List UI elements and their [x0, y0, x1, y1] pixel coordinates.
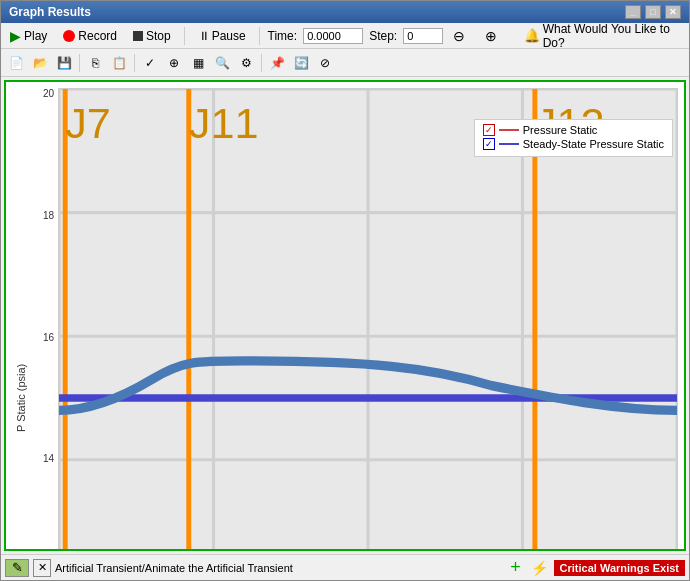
tb2-filter-button[interactable]: ⊘	[314, 52, 336, 74]
legend-label-pressure-static: Pressure Static	[523, 124, 598, 136]
pause-label: Pause	[212, 29, 246, 43]
tb2-paste-button[interactable]: 📋	[108, 52, 130, 74]
svg-text:J11: J11	[189, 99, 259, 147]
legend-checkbox-pressure-static[interactable]	[483, 124, 495, 136]
tb2-check-button[interactable]: ✓	[139, 52, 161, 74]
legend-item-pressure-static: Pressure Static	[483, 124, 664, 136]
step-label: Step:	[369, 29, 397, 43]
play-button[interactable]: ▶ Play	[5, 25, 52, 47]
help-label: What Would You Like to Do?	[543, 22, 680, 50]
toolbar-2: 📄 📂 💾 ⎘ 📋 ✓ ⊕ ▦ 🔍 ⚙ 📌 🔄 ⊘	[1, 49, 689, 77]
tb2-save-button[interactable]: 💾	[53, 52, 75, 74]
window-title: Graph Results	[9, 5, 91, 19]
tb2-settings-button[interactable]: ⚙	[235, 52, 257, 74]
pencil-icon: ✎	[12, 560, 23, 575]
top-legend: Pressure Static Steady-State Pressure St…	[474, 119, 673, 157]
legend-line-pressure-static	[499, 129, 519, 131]
toolbar-1: ▶ Play Record Stop ⏸ Pause Time: Step: ⊖…	[1, 23, 689, 49]
tb2-refresh-button[interactable]: 🔄	[290, 52, 312, 74]
zoom-out-button[interactable]: ⊖	[449, 26, 469, 46]
tb2-sep-3	[261, 54, 262, 72]
chart-area: P Static (psia) 20 18 16 14 12 10	[4, 80, 686, 551]
status-right: + ⚡ Critical Warnings Exist	[506, 558, 685, 578]
main-window: Graph Results _ □ ✕ ▶ Play Record Stop ⏸…	[0, 0, 690, 581]
tb2-sep-1	[79, 54, 80, 72]
status-close-button[interactable]: ✕	[33, 559, 51, 577]
stop-button[interactable]: Stop	[128, 26, 176, 46]
tb2-sep-2	[134, 54, 135, 72]
help-icon: 🔔	[524, 28, 540, 43]
play-label: Play	[24, 29, 47, 43]
svg-text:J7: J7	[65, 99, 111, 147]
legend-checkbox-ss-pressure[interactable]	[483, 138, 495, 150]
status-text: Artificial Transient/Animate the Artific…	[55, 562, 502, 574]
close-button[interactable]: ✕	[665, 5, 681, 19]
stop-icon	[133, 31, 143, 41]
help-button[interactable]: 🔔 What Would You Like to Do?	[519, 19, 685, 53]
stop-label: Stop	[146, 29, 171, 43]
title-bar-controls: _ □ ✕	[625, 5, 681, 19]
record-button[interactable]: Record	[58, 26, 122, 46]
tb2-copy-button[interactable]: ⎘	[84, 52, 106, 74]
top-y-axis-label: P Static (psia)	[12, 88, 30, 551]
time-label: Time:	[268, 29, 298, 43]
legend-line-ss-pressure	[499, 143, 519, 145]
tb2-new-button[interactable]: 📄	[5, 52, 27, 74]
top-plot-area: J7 J11 J12	[58, 88, 678, 551]
pause-icon: ⏸	[198, 29, 209, 43]
record-icon	[63, 30, 75, 42]
toolbar-sep-2	[259, 27, 260, 45]
legend-label-ss-pressure-static: Steady-State Pressure Static	[523, 138, 664, 150]
tb2-crosshair-button[interactable]: ⊕	[163, 52, 185, 74]
critical-warnings-badge[interactable]: Critical Warnings Exist	[554, 560, 685, 576]
tb2-open-button[interactable]: 📂	[29, 52, 51, 74]
time-input[interactable]	[303, 28, 363, 44]
zoom-in-button[interactable]: ⊕	[481, 26, 501, 46]
status-tab-button[interactable]: ✎	[5, 559, 29, 577]
tb2-pin-button[interactable]: 📌	[266, 52, 288, 74]
status-bar: ✎ ✕ Artificial Transient/Animate the Art…	[1, 554, 689, 580]
tb2-zoom-button[interactable]: 🔍	[211, 52, 233, 74]
minimize-button[interactable]: _	[625, 5, 641, 19]
legend-item-ss-pressure-static: Steady-State Pressure Static	[483, 138, 664, 150]
record-label: Record	[78, 29, 117, 43]
tb2-graph-button[interactable]: ▦	[187, 52, 209, 74]
pause-button[interactable]: ⏸ Pause	[193, 26, 251, 46]
close-icon: ✕	[38, 561, 47, 574]
lightning-button[interactable]: ⚡	[530, 558, 550, 578]
top-chart: P Static (psia) 20 18 16 14 12 10	[12, 88, 678, 551]
toolbar-sep-1	[184, 27, 185, 45]
maximize-button[interactable]: □	[645, 5, 661, 19]
add-button[interactable]: +	[506, 558, 526, 578]
play-icon: ▶	[10, 28, 21, 44]
step-input[interactable]	[403, 28, 443, 44]
